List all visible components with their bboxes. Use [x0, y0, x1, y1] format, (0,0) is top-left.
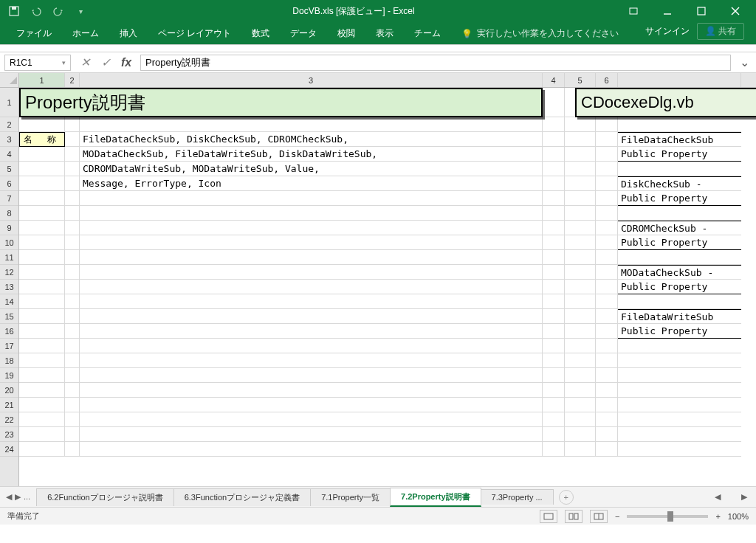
formula-bar[interactable]: Property説明書 — [140, 55, 731, 71]
tab-formulas[interactable]: 数式 — [241, 23, 280, 44]
col-header[interactable]: 1 — [19, 73, 65, 87]
sheet-tab-active[interactable]: 7.2Property説明書 — [390, 488, 481, 507]
col-header[interactable]: 3 — [80, 73, 543, 87]
tell-me-search[interactable]: 💡 実行したい作業を入力してください — [451, 23, 629, 44]
row-header[interactable]: 16 — [0, 324, 18, 339]
cell[interactable]: FileDataCheckSub, DiskCheckSub, CDROMChe… — [80, 132, 543, 147]
row-header[interactable]: 20 — [0, 383, 18, 398]
cell[interactable]: Public Property — [618, 147, 741, 162]
row-header[interactable]: 6 — [0, 176, 18, 191]
cell[interactable]: DiskCheckSub - — [618, 176, 741, 191]
row-header[interactable]: 24 — [0, 442, 18, 457]
row-header[interactable]: 4 — [0, 147, 18, 162]
tab-page-layout[interactable]: ページ レイアウト — [148, 23, 241, 44]
sheet-tab[interactable]: 7.3Property ... — [481, 489, 554, 505]
row-header[interactable]: 3 — [0, 132, 18, 147]
row-header[interactable]: 12 — [0, 265, 18, 280]
enter-formula-icon[interactable]: ✓ — [97, 55, 114, 71]
cell[interactable]: Public Property — [618, 191, 741, 206]
tab-data[interactable]: データ — [280, 23, 327, 44]
tab-team[interactable]: チーム — [404, 23, 451, 44]
fx-icon[interactable]: fx — [118, 55, 134, 71]
sheet-tab[interactable]: 6.3Functionプロシージャ定義書 — [173, 488, 311, 506]
cell[interactable]: CDROMCheckSub - — [618, 221, 741, 235]
row-header[interactable]: 1 — [0, 88, 18, 117]
col-header[interactable] — [618, 73, 741, 87]
signin-link[interactable]: サインイン — [645, 25, 690, 38]
name-box[interactable]: R1C1 ▾ — [4, 55, 71, 71]
col-header[interactable]: 5 — [565, 73, 596, 87]
expand-formula-icon[interactable]: ⌄ — [737, 55, 752, 69]
row-header[interactable]: 17 — [0, 339, 18, 353]
row-header[interactable]: 21 — [0, 398, 18, 412]
row-header[interactable]: 18 — [0, 353, 18, 368]
hscroll-track[interactable] — [724, 492, 738, 502]
tell-me-placeholder: 実行したい作業を入力してください — [477, 27, 619, 40]
col-header[interactable]: 4 — [543, 73, 565, 87]
tab-review[interactable]: 校閲 — [327, 23, 365, 44]
cell[interactable]: CDROMDataWriteSub, MODataWriteSub, Value… — [80, 162, 543, 176]
add-sheet-icon[interactable]: + — [559, 490, 574, 505]
tab-insert[interactable]: 挿入 — [109, 23, 148, 44]
worksheet-grid[interactable]: 1 2 3 4 5 6 7 8 9 10 11 12 13 14 15 16 1… — [0, 73, 756, 486]
tab-nav-ellipsis[interactable]: ... — [24, 492, 30, 502]
view-normal-icon[interactable] — [540, 510, 557, 523]
row-header[interactable]: 8 — [0, 206, 18, 221]
redo-icon[interactable] — [49, 1, 68, 21]
label-name[interactable]: 名 称 — [19, 132, 65, 147]
cell[interactable]: Public Property — [618, 324, 741, 339]
cell[interactable]: FileDataCheckSub — [618, 132, 741, 147]
row-header[interactable]: 15 — [0, 309, 18, 324]
sheet-tab[interactable]: 7.1Property一覧 — [310, 488, 391, 506]
tab-nav-prev-icon[interactable]: ▶ — [15, 492, 21, 502]
qat-customize-icon[interactable]: ▾ — [71, 1, 90, 21]
row-header[interactable]: 22 — [0, 412, 18, 427]
tab-nav-first-icon[interactable]: ◀ — [6, 492, 12, 502]
close-icon[interactable] — [719, 0, 752, 22]
row-header[interactable]: 13 — [0, 280, 18, 294]
row-header[interactable]: 2 — [0, 117, 18, 132]
title-cell-left[interactable]: Property説明書 — [19, 88, 543, 117]
row-header[interactable]: 7 — [0, 191, 18, 206]
cell[interactable]: Public Property — [618, 280, 741, 294]
zoom-level[interactable]: 100% — [728, 512, 749, 521]
formula-bar-value: Property説明書 — [145, 56, 210, 69]
tab-home[interactable]: ホーム — [62, 23, 109, 44]
select-all-corner[interactable] — [0, 73, 18, 88]
row-header[interactable]: 19 — [0, 368, 18, 383]
col-header[interactable]: 6 — [596, 73, 618, 87]
tab-file[interactable]: ファイル — [6, 23, 62, 44]
save-icon[interactable] — [4, 1, 24, 21]
cell[interactable]: MODataCheckSub, FileDataWriteSub, DiskDa… — [80, 147, 543, 162]
cancel-formula-icon[interactable]: ✕ — [77, 55, 93, 71]
row-header[interactable]: 23 — [0, 427, 18, 442]
title-cell-right[interactable]: CDocexeDlg.vb — [575, 88, 756, 117]
hscroll-right-icon[interactable]: ▶ — [741, 492, 747, 502]
hscroll-left-icon[interactable]: ◀ — [715, 492, 721, 502]
minimize-icon[interactable] — [651, 0, 684, 22]
zoom-slider[interactable] — [627, 515, 708, 518]
zoom-in-icon[interactable]: + — [715, 512, 720, 521]
ribbon-display-icon[interactable] — [617, 0, 650, 22]
row-header[interactable]: 9 — [0, 221, 18, 235]
row-header[interactable]: 11 — [0, 250, 18, 265]
undo-icon[interactable] — [27, 1, 46, 21]
zoom-thumb[interactable] — [667, 511, 673, 522]
row-header[interactable]: 5 — [0, 162, 18, 176]
row-header[interactable]: 14 — [0, 294, 18, 309]
tab-view[interactable]: 表示 — [365, 23, 404, 44]
cell[interactable]: FileDataWriteSub — [618, 309, 741, 324]
sheet-tab[interactable]: 6.2Functionプロシージャ説明書 — [36, 488, 173, 506]
view-page-break-icon[interactable] — [590, 510, 608, 523]
cell[interactable]: MODataCheckSub - — [618, 265, 741, 280]
view-page-layout-icon[interactable] — [565, 510, 583, 523]
zoom-out-icon[interactable]: − — [615, 512, 619, 521]
chevron-down-icon[interactable]: ▾ — [62, 59, 66, 66]
sheet-tab-bar: ◀ ▶ ... 6.2Functionプロシージャ説明書 6.3Function… — [0, 486, 756, 507]
cell[interactable]: Message, ErrorType, Icon — [80, 176, 543, 191]
share-button[interactable]: 👤 共有 — [697, 23, 744, 40]
col-header[interactable]: 2 — [65, 73, 80, 87]
cell[interactable]: Public Property — [618, 235, 741, 250]
row-header[interactable]: 10 — [0, 235, 18, 250]
maximize-icon[interactable] — [685, 0, 718, 22]
